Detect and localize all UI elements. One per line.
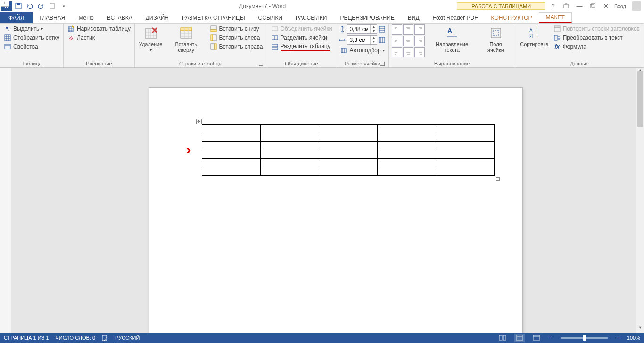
table-resize-handle-icon[interactable] xyxy=(496,177,500,181)
view-print-icon[interactable] xyxy=(514,334,525,342)
split-table-button[interactable]: Разделить таблицу xyxy=(270,42,333,51)
sort-button[interactable]: АЯ Сортировка xyxy=(518,24,550,48)
align-tr-icon xyxy=(414,24,425,35)
view-read-icon[interactable] xyxy=(497,334,508,342)
status-proofing-icon[interactable] xyxy=(102,335,108,341)
zoom-slider[interactable] xyxy=(561,337,608,339)
tab-file[interactable]: ФАЙЛ xyxy=(0,12,33,23)
insert-above-button[interactable]: Вставить сверху xyxy=(165,24,207,54)
distribute-rows-icon[interactable] xyxy=(379,26,385,33)
tab-page-layout[interactable]: РАЗМЕТКА СТРАНИЦЫ xyxy=(175,12,252,23)
signin-label[interactable]: Вход xyxy=(614,3,626,9)
insert-below-button[interactable]: Вставить снизу xyxy=(209,24,264,33)
eraser-button[interactable]: Ластик xyxy=(66,33,132,42)
svg-rect-6 xyxy=(5,35,10,41)
insert-left-button[interactable]: Вставить слева xyxy=(209,33,264,42)
window-title: Документ7 - Word xyxy=(68,3,457,9)
cell-margins-button[interactable]: Поля ячейки xyxy=(479,24,512,54)
vertical-ruler[interactable] xyxy=(0,68,11,333)
align-bc-icon xyxy=(403,47,413,57)
delete-icon xyxy=(143,25,158,41)
minimize-icon[interactable]: — xyxy=(575,2,584,10)
view-gridlines-button[interactable]: Отобразить сетку xyxy=(3,33,60,42)
svg-rect-10 xyxy=(181,31,192,38)
scroll-down-icon[interactable]: ▼ xyxy=(636,325,644,333)
convert-to-text-button[interactable]: Преобразовать в текст xyxy=(553,33,641,42)
svg-rect-30 xyxy=(554,26,560,28)
qat-redo-icon[interactable] xyxy=(37,2,45,10)
insert-above-icon xyxy=(179,25,194,41)
table-move-handle-icon[interactable]: ✥ xyxy=(196,119,202,124)
merge-cells-button[interactable]: Объединить ячейки xyxy=(270,24,333,33)
view-web-icon[interactable] xyxy=(531,334,542,342)
zoom-level[interactable]: 100% xyxy=(627,335,640,341)
svg-rect-20 xyxy=(272,44,278,47)
document-table[interactable] xyxy=(202,124,495,176)
tab-references[interactable]: ССЫЛКИ xyxy=(252,12,289,23)
tab-view[interactable]: ВИД xyxy=(401,12,426,23)
width-input[interactable]: ▲▼ xyxy=(347,35,377,45)
tab-menu[interactable]: Меню xyxy=(72,12,100,23)
height-input[interactable]: ▲▼ xyxy=(347,24,377,34)
zoom-in-icon[interactable]: + xyxy=(617,335,620,341)
user-avatar-icon[interactable] xyxy=(632,1,641,11)
qat-new-icon[interactable] xyxy=(48,2,57,10)
sort-icon: АЯ xyxy=(527,25,542,41)
ruler-tab-selector[interactable]: L xyxy=(1,0,9,7)
svg-rect-7 xyxy=(5,44,10,49)
qat-save-icon[interactable] xyxy=(14,2,23,10)
tab-foxit[interactable]: Foxit Reader PDF xyxy=(426,12,485,23)
repeat-headers-icon xyxy=(553,25,561,33)
restore-icon[interactable] xyxy=(588,2,597,10)
vertical-scrollbar[interactable]: ▲ ▼ xyxy=(636,68,644,333)
tab-insert[interactable]: ВСТАВКА xyxy=(100,12,139,23)
align-bl-icon xyxy=(392,47,402,57)
split-cells-button[interactable]: Разделить ячейки xyxy=(270,33,333,42)
svg-rect-37 xyxy=(533,335,540,340)
tab-review[interactable]: РЕЦЕНЗИРОВАНИЕ xyxy=(333,12,401,23)
ribbon-options-icon[interactable] xyxy=(561,2,571,10)
scroll-thumb[interactable] xyxy=(637,71,643,127)
qat-undo-icon[interactable] xyxy=(25,2,34,10)
status-lang[interactable]: РУССКИЙ xyxy=(115,335,140,341)
svg-rect-11 xyxy=(181,28,192,31)
svg-rect-31 xyxy=(554,28,560,32)
cell-margins-icon xyxy=(488,25,504,41)
svg-rect-35 xyxy=(503,335,506,340)
svg-rect-26 xyxy=(491,28,501,38)
insert-right-icon xyxy=(210,43,217,50)
draw-table-button[interactable]: Нарисовать таблицу xyxy=(66,24,132,33)
tab-design[interactable]: ДИЗАЙН xyxy=(139,12,175,23)
delete-button[interactable]: Удаление▾ xyxy=(138,24,164,53)
convert-icon xyxy=(553,34,561,41)
tab-home[interactable]: ГЛАВНАЯ xyxy=(33,12,72,23)
svg-rect-34 xyxy=(499,335,502,340)
group-data-label: Данные xyxy=(518,60,641,67)
tab-constructor[interactable]: КОНСТРУКТОР xyxy=(485,12,539,23)
svg-rect-1 xyxy=(17,3,20,5)
help-icon[interactable]: ? xyxy=(548,2,558,10)
svg-rect-14 xyxy=(213,35,216,41)
align-ml-icon xyxy=(392,36,402,46)
status-page[interactable]: СТРАНИЦА 1 ИЗ 1 xyxy=(4,335,49,341)
autofit-button[interactable]: Автоподбор ▾ xyxy=(339,46,385,55)
close-icon[interactable]: ✕ xyxy=(601,2,611,10)
insert-right-button[interactable]: Вставить справа xyxy=(209,42,264,51)
zoom-out-icon[interactable]: − xyxy=(548,335,551,341)
select-button[interactable]: ↖Выделить ▾ xyxy=(3,24,60,33)
alignment-grid[interactable] xyxy=(392,24,425,57)
text-direction-button[interactable]: A Направление текста xyxy=(427,24,478,54)
document-page[interactable]: ✥ › xyxy=(149,88,522,333)
svg-rect-23 xyxy=(379,37,385,43)
formula-button[interactable]: fxФормула xyxy=(553,42,641,51)
svg-rect-12 xyxy=(211,26,216,30)
repeat-headers-button[interactable]: Повторить строки заголовков xyxy=(553,24,641,33)
properties-button[interactable]: Свойства xyxy=(3,42,60,51)
qat-customize-icon[interactable]: ▾ xyxy=(59,2,68,10)
table-tools-label: РАБОТА С ТАБЛИЦАМИ xyxy=(457,2,545,10)
status-words[interactable]: ЧИСЛО СЛОВ: 0 xyxy=(56,335,96,341)
distribute-cols-icon[interactable] xyxy=(379,37,385,43)
align-mr-icon xyxy=(414,36,425,46)
tab-layout[interactable]: МАКЕТ xyxy=(539,12,572,23)
tab-mailings[interactable]: РАССЫЛКИ xyxy=(289,12,333,23)
